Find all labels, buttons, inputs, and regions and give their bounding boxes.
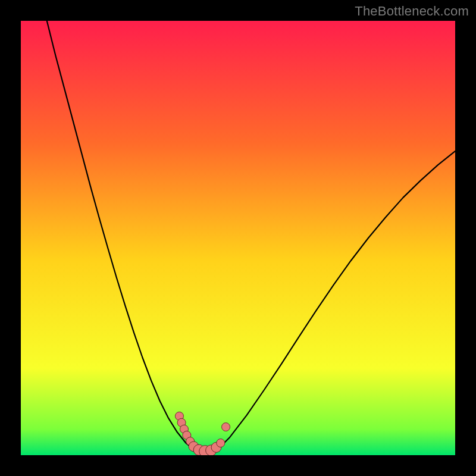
marker-point bbox=[217, 439, 225, 447]
chart-svg bbox=[21, 21, 455, 455]
gradient-background bbox=[21, 21, 455, 455]
watermark-text: TheBottleneck.com bbox=[355, 4, 469, 19]
plot-area bbox=[21, 21, 455, 455]
marker-point bbox=[222, 423, 230, 431]
chart-frame: TheBottleneck.com bbox=[0, 0, 476, 476]
